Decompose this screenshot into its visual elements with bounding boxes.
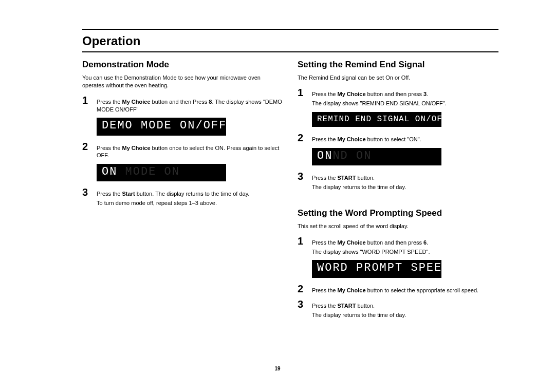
step-body: Press the My Choice button and then pres…	[312, 90, 498, 109]
right-column: Setting the Remind End Signal The Remind…	[298, 60, 498, 323]
demo-step-3: 3 Press the Start button. The display re…	[82, 186, 283, 209]
display-demo-on: MO MODE ON ON	[97, 164, 226, 181]
wordspeed-intro: This set the scroll speed of the word di…	[298, 222, 498, 230]
step-body: Press the Start button. The display retu…	[97, 190, 283, 209]
section-title-demo: Demonstration Mode	[82, 60, 283, 70]
display-demo-mode: DEMO MODE ON/OFF	[97, 118, 226, 135]
step-body: Press the My Choice button once to selec…	[97, 144, 283, 161]
section-title-remind: Setting the Remind End Signal	[298, 60, 498, 70]
step-number: 2	[298, 283, 306, 295]
step-number: 3	[298, 298, 306, 310]
remind-step-3: 3 Press the START button. The display re…	[298, 171, 498, 193]
demo-intro: You can use the Demonstration Mode to se…	[82, 74, 283, 89]
step-number: 3	[298, 171, 306, 182]
display-word-prompt: WORD PROMPT SPEED	[312, 260, 441, 277]
step-body: Press the START button. The display retu…	[312, 302, 498, 321]
step-number: 2	[298, 132, 306, 144]
step-number: 3	[82, 186, 90, 198]
left-column: Demonstration Mode You can use the Demon…	[82, 60, 283, 323]
page-title: Operation	[82, 33, 498, 50]
display-remind-on: MIND ON ON	[312, 148, 441, 165]
step-body: Press the My Choice button to select "ON…	[312, 136, 498, 145]
step-body: Press the My Choice button to select the…	[312, 287, 498, 296]
step-body: Press the My Choice button and then pres…	[312, 239, 498, 257]
demo-step-1: 1 Press the My Choice button and then Pr…	[82, 95, 283, 115]
step-body: Press the START button. The display retu…	[312, 174, 498, 193]
page-number: 19	[0, 366, 555, 371]
remind-step-2: 2 Press the My Choice button to select "…	[298, 132, 498, 145]
step-number: 2	[82, 141, 90, 153]
step-number: 1	[298, 87, 306, 99]
remind-intro: The Remind End signal can be set On or O…	[298, 74, 498, 82]
demo-step-2: 2 Press the My Choice button once to sel…	[82, 141, 283, 161]
top-rule	[82, 29, 498, 30]
wordspeed-step-1: 1 Press the My Choice button and then pr…	[298, 235, 498, 257]
section-title-wordspeed: Setting the Word Prompting Speed	[298, 208, 498, 218]
page: Operation Demonstration Mode You can use…	[0, 0, 555, 392]
wordspeed-step-2: 2 Press the My Choice button to select t…	[298, 283, 498, 296]
remind-step-1: 1 Press the My Choice button and then pr…	[298, 87, 498, 109]
bottom-rule	[82, 51, 498, 52]
display-remind-onoff: REMIND END SIGNAL ON/OFF	[312, 112, 441, 127]
step-number: 1	[298, 235, 306, 247]
wordspeed-step-3: 3 Press the START button. The display re…	[298, 298, 498, 321]
step-number: 1	[82, 95, 90, 106]
step-body: Press the My Choice button and then Pres…	[97, 98, 283, 115]
columns: Demonstration Mode You can use the Demon…	[82, 60, 498, 323]
